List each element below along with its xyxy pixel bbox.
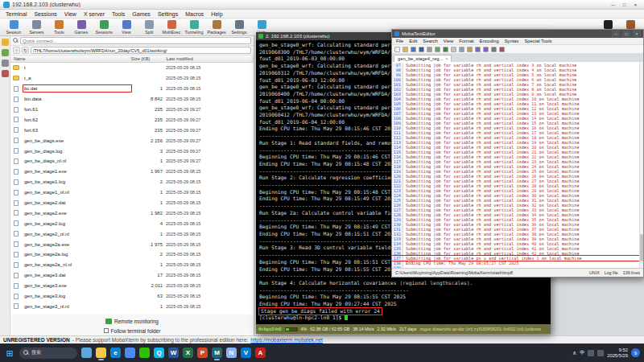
maximize-icon[interactable]: □ <box>619 1 630 9</box>
follow-terminal-checkbox[interactable]: Follow terminal folder <box>10 326 254 335</box>
pdf-reader-icon[interactable]: A <box>255 348 266 358</box>
wechat-icon[interactable] <box>139 348 150 358</box>
hidden-icons-chevron-icon[interactable]: ∧ <box>572 350 576 356</box>
powerpoint-icon[interactable]: P <box>197 348 208 358</box>
file-row[interactable]: gen_be_stage2a_nl.nl12025-05-29 08:15 <box>10 260 254 270</box>
edge-browser-icon[interactable]: e <box>110 348 121 358</box>
menu-settings[interactable]: Settings <box>155 11 181 17</box>
qq-icon[interactable]: Q <box>154 348 164 358</box>
file-row[interactable]: fort.622352025-05-29 09:27 <box>10 114 254 125</box>
toolbar-split-button[interactable]: Split <box>138 20 160 35</box>
file-row[interactable]: t_a2025-05-29 08:15 <box>10 73 254 84</box>
save-icon[interactable] <box>411 47 416 52</box>
editor-menu-syntax[interactable]: Syntax <box>502 39 522 43</box>
mobatek-link[interactable]: https://mobaxterm.mobatek.net <box>250 337 323 343</box>
main-titlebar[interactable]: 192.168.2.103 (clusterwhu) ─ □ × <box>0 0 644 10</box>
toolbar-tools-button[interactable]: Tools <box>47 20 70 35</box>
notification-badge[interactable]: 9 <box>631 348 640 357</box>
file-row[interactable]: gen_be_diags_nl.nl12025-05-29 09:27 <box>10 156 254 167</box>
file-row[interactable]: gen_be_stage1_nl.nl12025-05-29 08:15 <box>10 187 254 198</box>
menu-terminal[interactable]: Terminal <box>2 11 30 17</box>
toolbar-view-button[interactable]: View <box>115 20 138 35</box>
cut-icon[interactable] <box>451 47 456 52</box>
toolbar-servers-button[interactable]: Servers <box>25 20 47 35</box>
input-language-indicator[interactable]: 中 <box>580 349 584 356</box>
file-row[interactable]: gen_be_stage2_nl.nl12025-05-29 08:15 <box>10 228 254 239</box>
file-explorer-icon[interactable] <box>96 348 106 358</box>
remote-monitoring-button[interactable]: Remote monitoring <box>10 316 254 326</box>
editor-content[interactable]: 97Submitting job for variable rh and ver… <box>392 62 643 268</box>
file-row[interactable]: fort.612352025-05-29 09:27 <box>10 105 254 115</box>
column-modified[interactable]: Last modified <box>167 56 254 61</box>
menu-games[interactable]: Games <box>129 11 154 17</box>
file-row[interactable]: t2025-05-29 08:15 <box>10 63 254 73</box>
column-size[interactable]: Size (KB) <box>131 56 167 61</box>
editor-maximize-icon[interactable]: □ <box>622 31 630 37</box>
tab-close-icon[interactable]: × <box>445 56 448 61</box>
quick-connect-input[interactable] <box>20 37 251 44</box>
scrollbar-thumb[interactable] <box>640 234 643 261</box>
file-row[interactable]: bin.data8 8422025-05-29 08:15 <box>10 94 254 105</box>
macros-rail-icon[interactable] <box>2 70 9 77</box>
file-row[interactable]: fort.632352025-05-29 09:27 <box>10 125 254 135</box>
replace-icon[interactable] <box>483 47 489 52</box>
word-icon[interactable]: W <box>168 348 179 358</box>
file-row[interactable]: gen_be_diags.log32025-05-29 09:27 <box>10 146 254 156</box>
editor-menu-special-tools[interactable]: Special Tools <box>522 39 554 43</box>
editor-tab[interactable]: gen_be_stage4_reg... × <box>394 55 452 62</box>
refresh-icon[interactable]: ↻ <box>22 47 29 54</box>
redo-icon[interactable] <box>443 47 448 52</box>
copy-icon[interactable] <box>459 47 464 52</box>
taskbar-search[interactable]: 搜索 <box>19 348 77 359</box>
file-row[interactable]: gen_be_stage3_nl.nl12025-05-29 08:15 <box>10 301 254 311</box>
network-icon[interactable] <box>588 350 594 356</box>
menu-tools[interactable]: Tools <box>109 11 128 17</box>
print-icon[interactable] <box>427 47 432 52</box>
file-row[interactable]: gen_be_stage3.dat172025-05-29 08:15 <box>10 270 254 281</box>
editor-menu-search[interactable]: Search <box>420 39 440 43</box>
file-row[interactable]: gen_be_stage3.log632025-05-29 08:15 <box>10 291 254 302</box>
column-name[interactable]: Name <box>14 56 131 61</box>
vscode-icon[interactable]: V <box>241 348 251 358</box>
current-path-input[interactable] <box>31 47 251 54</box>
editor-menu-file[interactable]: File <box>394 39 406 43</box>
widgets-icon[interactable] <box>81 348 92 358</box>
notepad-icon[interactable]: N <box>226 348 237 358</box>
file-row[interactable]: gen_be_stage2a.exe1 9752025-05-29 08:15 <box>10 239 254 249</box>
editor-titlebar[interactable]: MobaTextEditor ─ □ × <box>392 30 643 38</box>
editor-scrollbar[interactable] <box>639 62 643 268</box>
mobaxterm-icon[interactable]: M <box>212 348 222 358</box>
menu-x-server[interactable]: X server <box>80 11 108 17</box>
editor-menu-format[interactable]: Format <box>456 39 476 43</box>
file-row[interactable]: gen_be_stage2.dat12025-05-29 08:15 <box>10 198 254 208</box>
go-up-icon[interactable]: ↑ <box>13 47 20 54</box>
file-list-header[interactable]: Name Size (KB) Last modified <box>10 56 254 63</box>
wordwrap-icon[interactable] <box>491 47 497 52</box>
editor-close-icon[interactable]: × <box>633 31 641 37</box>
excel-icon[interactable]: X <box>183 348 193 358</box>
file-row[interactable]: gen_be_stage1.log22025-05-29 08:15 <box>10 177 254 187</box>
toolbar-session-button[interactable]: Session <box>2 20 25 35</box>
chrome-browser-icon[interactable] <box>125 348 135 358</box>
tunneling-rail-icon[interactable] <box>2 60 9 67</box>
editor-menu-edit[interactable]: Edit <box>407 39 419 43</box>
editor-menu-view[interactable]: View <box>441 39 456 43</box>
file-row[interactable]: gen_be_stage1.exe1 9672025-05-29 08:15 <box>10 167 254 177</box>
start-button[interactable]: ⊞ <box>4 348 15 359</box>
file-row[interactable]: gen_be_stage2a.log22025-05-29 08:15 <box>10 249 254 260</box>
toolbar-tunneling-button[interactable]: Tunneling <box>183 20 205 35</box>
new-file-icon[interactable] <box>394 47 400 52</box>
open-file-icon[interactable] <box>402 47 408 52</box>
toolbar-sessions-button[interactable]: Sessions <box>93 20 115 35</box>
minimize-icon[interactable]: ─ <box>608 1 618 9</box>
paste-icon[interactable] <box>467 47 473 52</box>
sftp-rail-icon[interactable] <box>2 49 9 56</box>
syntax-icon[interactable] <box>499 47 505 52</box>
file-row[interactable]: gen_be_stage2.log42025-05-29 08:15 <box>10 218 254 228</box>
volume-icon[interactable] <box>597 350 604 356</box>
taskbar-clock[interactable]: 9:52 2025/5/29 <box>607 348 628 358</box>
undo-icon[interactable] <box>435 47 440 52</box>
file-row[interactable]: gen_be_stage3.exe2 0112025-05-29 08:15 <box>10 281 254 291</box>
save-all-icon[interactable] <box>419 47 424 52</box>
menu-sessions[interactable]: Sessions <box>31 11 60 17</box>
